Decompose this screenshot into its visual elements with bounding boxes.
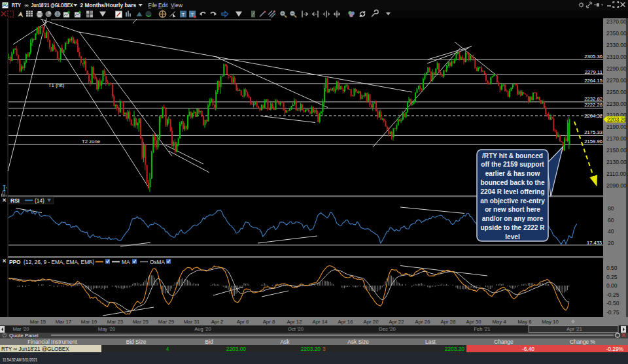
svg-text:T2 zone: T2 zone (82, 139, 100, 144)
svg-text:off the 2159 support: off the 2159 support (481, 161, 544, 168)
svg-text:Mar '20: Mar '20 (12, 326, 29, 332)
svg-text:T1 (hit): T1 (hit) (48, 82, 65, 88)
svg-text:-0.75: -0.75 (606, 309, 619, 316)
svg-text:Bid: Bid (205, 339, 213, 345)
svg-text:Mar 19: Mar 19 (81, 319, 97, 325)
svg-text:May 10: May 10 (542, 319, 559, 325)
svg-text:2203.20: 2203.20 (607, 117, 627, 123)
svg-text:Apr 26: Apr 26 (415, 319, 430, 325)
svg-text:11:54:32 AM 5/11/2021: 11:54:32 AM 5/11/2021 (3, 357, 37, 363)
svg-text:Apr 30: Apr 30 (466, 319, 482, 325)
svg-text:an objective re-entry: an objective re-entry (480, 197, 545, 205)
svg-text:Mar 23: Mar 23 (107, 319, 123, 325)
svg-text:RTY ∞ Jun18'21 @GLOBEX: RTY ∞ Jun18'21 @GLOBEX (1, 346, 69, 352)
svg-text:OsMA: OsMA (150, 259, 166, 265)
svg-text:2305.36: 2305.36 (584, 54, 602, 59)
svg-text:-6.40: -6.40 (522, 346, 534, 352)
svg-text:3: 3 (323, 346, 326, 352)
svg-text:Oct '20: Oct '20 (288, 326, 304, 332)
svg-text:Feb '21: Feb '21 (474, 326, 490, 332)
svg-text:File: File (148, 2, 158, 8)
svg-text:2170.00: 2170.00 (606, 135, 627, 142)
svg-text:May 4: May 4 (492, 319, 506, 325)
svg-text:2279.11: 2279.11 (585, 69, 602, 75)
svg-text:2270.00: 2270.00 (606, 77, 627, 84)
svg-text:40: 40 (608, 228, 614, 235)
svg-text:60: 60 (608, 217, 614, 223)
svg-text:2330.00: 2330.00 (606, 42, 627, 48)
svg-text:Mar 25: Mar 25 (133, 319, 149, 325)
svg-text:2350.00: 2350.00 (606, 30, 627, 37)
svg-text:Last: Last (425, 339, 436, 345)
svg-text:Apr 28: Apr 28 (441, 319, 456, 325)
svg-text:2090.00: 2090.00 (606, 182, 627, 189)
svg-text:-0.25: -0.25 (606, 291, 619, 298)
svg-text:View: View (171, 2, 183, 8)
svg-text:and/or on any more: and/or on any more (482, 215, 544, 222)
svg-text:Aug '20: Aug '20 (194, 326, 211, 332)
svg-text:2203.20: 2203.20 (301, 346, 321, 352)
svg-text:2222.28: 2222.28 (584, 102, 602, 108)
svg-text:MA: MA (122, 259, 130, 265)
svg-text:/RTY hit & bounced: /RTY hit & bounced (482, 152, 543, 159)
svg-text:(12, 26, 9 - EMA, EMA, EMA): (12, 26, 9 - EMA, EMA, EMA) (24, 259, 95, 265)
svg-text:✕: ✕ (2, 258, 7, 264)
svg-text:Dec '20: Dec '20 (379, 326, 396, 332)
svg-text:2203.20: 2203.20 (445, 346, 465, 352)
svg-text:✕: ✕ (2, 197, 7, 203)
svg-text:Mar 29: Mar 29 (158, 319, 174, 325)
svg-text:Jun18'21 @GLOBEX: Jun18'21 @GLOBEX (31, 3, 73, 8)
svg-text:RSI: RSI (10, 197, 20, 204)
svg-text:Mar 31: Mar 31 (184, 319, 200, 325)
svg-text:Ask: Ask (281, 339, 290, 345)
svg-text:Edit: Edit (158, 2, 168, 8)
svg-text:RTY: RTY (12, 2, 21, 8)
svg-text:2110.00: 2110.00 (606, 171, 626, 177)
svg-text:20: 20 (608, 240, 614, 246)
svg-text:2290.00: 2290.00 (606, 65, 627, 72)
svg-text:80: 80 (608, 205, 614, 212)
svg-text:May '20: May '20 (98, 326, 115, 332)
svg-text:(14): (14) (35, 197, 44, 204)
svg-text:Mar 15: Mar 15 (30, 319, 46, 325)
svg-text:Change %: Change % (570, 339, 596, 345)
svg-text:∞: ∞ (25, 2, 29, 8)
svg-text:2130.00: 2130.00 (606, 159, 627, 165)
svg-text:upside to the 2222 R: upside to the 2222 R (480, 224, 545, 231)
svg-text:2370.00: 2370.00 (606, 18, 627, 25)
svg-text:Apr 2: Apr 2 (211, 319, 224, 325)
svg-text:Apr 12: Apr 12 (287, 319, 302, 325)
svg-text:bounced back to the: bounced back to the (480, 179, 545, 186)
svg-text:2150.00: 2150.00 (606, 147, 627, 154)
svg-text:2250.00: 2250.00 (606, 89, 627, 95)
svg-text:Apr 14: Apr 14 (313, 319, 328, 325)
svg-text:Apr 20: Apr 20 (364, 319, 379, 325)
svg-text:4: 4 (166, 346, 169, 352)
svg-text:2310.00: 2310.00 (606, 54, 627, 60)
svg-text:2232.82: 2232.82 (584, 96, 602, 102)
svg-text:or new short here: or new short here (485, 206, 540, 213)
svg-text:Ask Size: Ask Size (347, 339, 369, 345)
svg-text:Change: Change (494, 339, 514, 345)
svg-text:Apr 22: Apr 22 (389, 319, 404, 325)
svg-text:Apr 16: Apr 16 (338, 319, 353, 325)
svg-text:0.50: 0.50 (606, 265, 618, 271)
svg-text:T: T (182, 12, 185, 18)
svg-text:2 Months/Hourly bars: 2 Months/Hourly bars (80, 2, 137, 8)
svg-text:Bid Size: Bid Size (126, 339, 147, 345)
svg-text:Apr '21: Apr '21 (567, 326, 582, 332)
svg-text:-0.50: -0.50 (606, 300, 619, 306)
svg-text:2204.32: 2204.32 (584, 113, 602, 119)
svg-text:PPO: PPO (9, 259, 21, 265)
svg-text:-0.29%: -0.29% (606, 346, 623, 352)
svg-text:May 6: May 6 (517, 319, 531, 325)
svg-text:earlier & has now: earlier & has now (485, 170, 540, 177)
svg-text:0.00: 0.00 (606, 282, 618, 289)
svg-text:level: level (505, 233, 520, 240)
svg-text:2204 R level offering: 2204 R level offering (480, 188, 544, 195)
svg-text:Apr 8: Apr 8 (263, 319, 275, 325)
svg-text:2203.00: 2203.00 (226, 346, 247, 352)
svg-text:17.433: 17.433 (587, 240, 602, 246)
svg-text:Financial Instrument: Financial Instrument (27, 339, 77, 345)
svg-text:2175.33: 2175.33 (584, 129, 602, 135)
